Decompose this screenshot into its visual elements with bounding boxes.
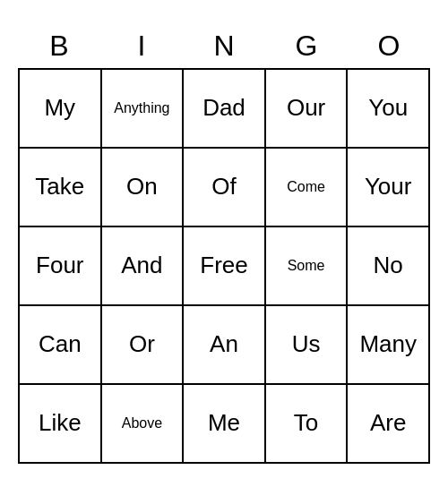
bingo-cell-1-3: Come [266,149,349,227]
bingo-cell-3-1: Or [102,306,185,385]
bingo-row-0: MyAnythingDadOurYou [20,70,430,149]
header-letter-g: G [265,24,348,68]
bingo-cell-2-0: Four [20,227,102,306]
bingo-cell-4-4: Are [348,385,430,464]
bingo-cell-0-3: Our [266,70,349,149]
bingo-cell-3-4: Many [348,306,430,385]
header-letter-i: I [100,24,183,68]
bingo-cell-3-3: Us [266,306,349,385]
bingo-row-4: LikeAboveMeToAre [20,385,430,464]
bingo-cell-2-3: Some [266,227,349,306]
bingo-cell-3-2: An [184,306,266,385]
header-letter-n: N [183,24,265,68]
bingo-cell-1-0: Take [20,149,102,227]
bingo-cell-2-1: And [102,227,185,306]
bingo-cell-2-4: No [348,227,430,306]
bingo-cell-1-4: Your [348,149,430,227]
header-letter-b: B [18,24,100,68]
bingo-cell-0-2: Dad [184,70,266,149]
bingo-cell-4-0: Like [20,385,102,464]
bingo-card: BINGO MyAnythingDadOurYouTakeOnOfComeYou… [18,24,430,464]
header-letter-o: O [348,24,430,68]
bingo-cell-0-4: You [348,70,430,149]
bingo-cell-1-1: On [102,149,185,227]
bingo-row-2: FourAndFreeSomeNo [20,227,430,306]
bingo-row-3: CanOrAnUsMany [20,306,430,385]
bingo-cell-1-2: Of [184,149,266,227]
bingo-cell-4-1: Above [102,385,185,464]
bingo-grid: MyAnythingDadOurYouTakeOnOfComeYourFourA… [18,68,430,464]
bingo-cell-2-2: Free [184,227,266,306]
bingo-cell-0-1: Anything [102,70,185,149]
bingo-header: BINGO [18,24,430,68]
bingo-row-1: TakeOnOfComeYour [20,149,430,227]
bingo-cell-3-0: Can [20,306,102,385]
bingo-cell-4-2: Me [184,385,266,464]
bingo-cell-0-0: My [20,70,102,149]
bingo-cell-4-3: To [266,385,349,464]
